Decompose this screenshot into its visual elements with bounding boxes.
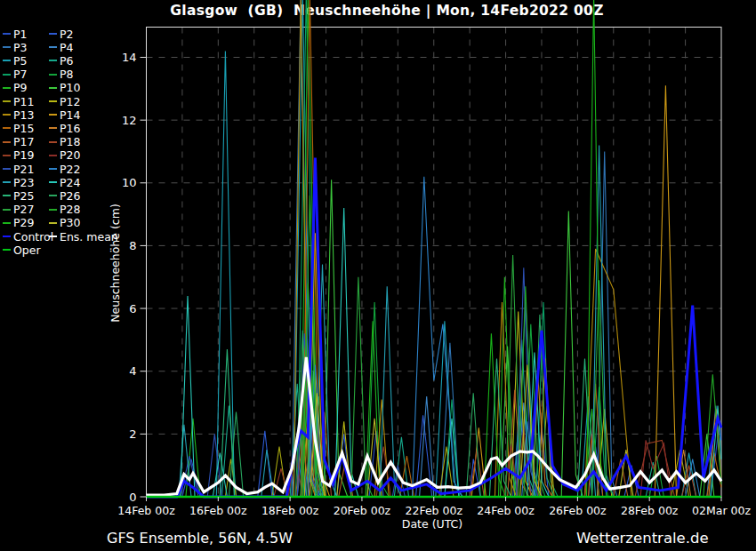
x-tick-label: 14Feb 00z [117, 504, 175, 517]
x-tick-label: 26Feb 00z [549, 504, 607, 517]
footer-model-info: GFS Ensemble, 56N, 4.5W [107, 530, 293, 547]
series-line-p23 [147, 145, 722, 497]
x-tick-label: 24Feb 00z [477, 504, 535, 517]
x-tick-label: 16Feb 00z [189, 504, 247, 517]
series-line-p5 [147, 0, 722, 497]
y-tick-label: 8 [129, 239, 136, 252]
y-tick-label: 10 [122, 176, 137, 189]
y-tick-label: 12 [122, 114, 137, 127]
x-tick-label: 28Feb 00z [621, 504, 679, 517]
x-tick-label: 18Feb 00z [261, 504, 319, 517]
x-tick-label: 20Feb 00z [334, 504, 391, 517]
x-tick-label: 22Feb 00z [406, 504, 463, 517]
y-tick-label: 14 [122, 51, 137, 64]
meteogram-page: Glasgow (GB) Neuschneehöhe | Mon, 14Feb2… [0, 0, 756, 551]
x-tick-label: 02Mar 00z [692, 504, 751, 517]
y-tick-label: 4 [129, 364, 136, 378]
footer-branding: Wetterzentrale.de [576, 530, 709, 547]
x-axis-label: Date (UTC) [343, 517, 521, 531]
y-tick-label: 2 [129, 427, 136, 441]
y-tick-label: 0 [129, 491, 136, 504]
y-axis-label: Neuschneehöhe (cm) [109, 204, 122, 323]
y-tick-label: 6 [129, 302, 136, 315]
